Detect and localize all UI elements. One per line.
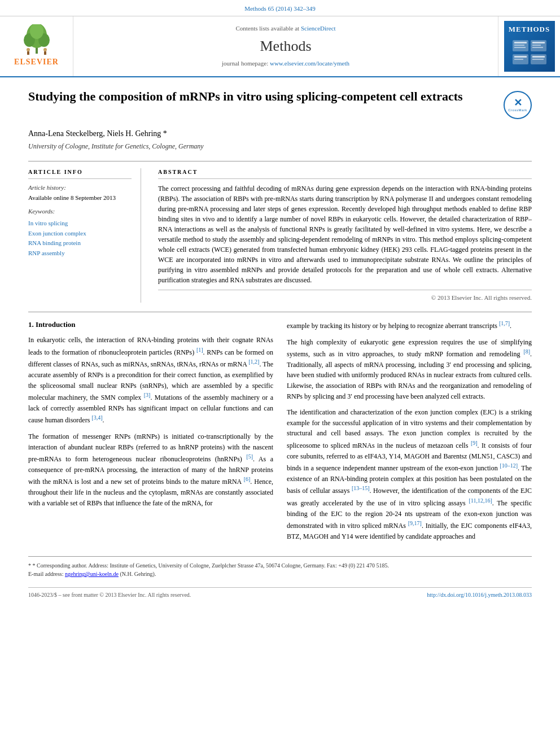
article-info-heading: ARTICLE INFO xyxy=(28,168,132,180)
svg-rect-18 xyxy=(514,56,527,58)
article-info-column: ARTICLE INFO Article history: Available … xyxy=(28,168,141,303)
keyword-3: RNA binding protein xyxy=(28,238,132,248)
ref-9[interactable]: [9] xyxy=(471,440,478,446)
history-label: Article history: xyxy=(28,184,132,193)
ref-3-4[interactable]: [3,4] xyxy=(91,414,102,421)
keyword-2: Exon junction complex xyxy=(28,229,132,239)
homepage-label: journal homepage: xyxy=(222,60,268,67)
body-para-1: In eukaryotic cells, the interaction of … xyxy=(28,335,273,426)
svg-rect-16 xyxy=(532,47,543,48)
elsevier-logo: ELSEVIER xyxy=(14,24,59,68)
ref-11-12-16[interactable]: [11,12,16] xyxy=(469,497,492,504)
doi-link[interactable]: http://dx.doi.org/10.1016/j.ymeth.2013.0… xyxy=(427,591,532,600)
svg-rect-22 xyxy=(532,59,544,60)
email-label: E-mail address: xyxy=(28,571,63,577)
keyword-1: In vitro splicing xyxy=(28,219,132,229)
sciencedirect-link[interactable]: ScienceDirect xyxy=(301,25,336,32)
abstract-heading: ABSTRACT xyxy=(158,168,532,180)
methods-badge-diagram-icon xyxy=(510,37,549,68)
svg-rect-6 xyxy=(27,51,29,55)
journal-citation: Methods 65 (2014) 342–349 xyxy=(0,0,560,16)
journal-name: Methods xyxy=(260,36,312,57)
available-online: Available online 8 September 2013 xyxy=(28,194,132,203)
svg-rect-8 xyxy=(44,51,46,55)
section1-title-text: Introduction xyxy=(36,320,76,329)
homepage-link[interactable]: www.elsevier.com/locate/ymeth xyxy=(270,60,349,67)
elsevier-tree-icon xyxy=(17,24,56,55)
crossmark-label: CrossMark xyxy=(508,108,527,113)
svg-rect-11 xyxy=(514,45,524,46)
ref-1-2[interactable]: [1,2] xyxy=(248,359,259,365)
methods-badge: METHODS xyxy=(504,21,555,72)
bottom-bar: 1046-2023/$ – see front matter © 2013 El… xyxy=(28,587,532,600)
ref-8[interactable]: [8] xyxy=(523,348,530,355)
author-names: Anna-Lena Steckelberg, Niels H. Gehring … xyxy=(28,129,167,138)
footnotes: * * Corresponding author. Address: Insti… xyxy=(28,556,532,578)
citation-text: Methods 65 (2014) 342–349 xyxy=(244,5,316,12)
elsevier-logo-area: ELSEVIER xyxy=(0,16,73,76)
body-para-2: The formation of messenger RNPs (mRNPs) … xyxy=(28,431,273,508)
copyright-line: © 2013 Elsevier Inc. All rights reserved… xyxy=(158,290,532,303)
body-para-4: The high complexity of eukaryotic gene e… xyxy=(287,337,532,402)
section1-number: 1. xyxy=(28,320,34,329)
svg-rect-15 xyxy=(532,45,541,46)
keyword-4: RNP assembly xyxy=(28,248,132,259)
body-divider xyxy=(28,312,532,312)
body-para-3: example by tracking its history or by he… xyxy=(287,319,532,331)
contents-text: Contents lists available at xyxy=(235,25,299,32)
ref-1[interactable]: [1] xyxy=(196,347,203,353)
ref-10-12[interactable]: [10–12] xyxy=(500,462,518,469)
svg-rect-10 xyxy=(514,42,527,43)
keywords-label: Keywords: xyxy=(28,207,132,216)
issn-text: 1046-2023/$ – see front matter © 2013 El… xyxy=(28,591,191,600)
abstract-text: The correct processing and faithful deco… xyxy=(158,184,532,285)
corresponding-author-text: * Corresponding author. Address: Institu… xyxy=(33,562,390,569)
email-link[interactable]: ngehring@uni-koeln.de xyxy=(65,571,119,577)
crossmark-cross-icon: ✕ xyxy=(514,98,522,108)
ref-1-7[interactable]: [1,7] xyxy=(499,320,510,326)
ref-6[interactable]: [6] xyxy=(244,476,251,482)
svg-rect-12 xyxy=(514,47,526,48)
abstract-column: ABSTRACT The correct processing and fait… xyxy=(158,168,532,303)
title-section: Studying the composition of mRNPs in vit… xyxy=(28,89,532,119)
svg-point-7 xyxy=(43,48,47,51)
svg-point-5 xyxy=(27,48,30,51)
body-column-right: example by tracking its history or by he… xyxy=(287,319,532,547)
sciencedirect-line: Contents lists available at ScienceDirec… xyxy=(235,24,335,33)
article-title: Studying the composition of mRNPs in vit… xyxy=(28,89,495,105)
authors: Anna-Lena Steckelberg, Niels H. Gehring … xyxy=(28,128,532,139)
article-content: Studying the composition of mRNPs in vit… xyxy=(0,77,560,611)
footnote-asterisk: * xyxy=(28,562,33,569)
methods-badge-title: METHODS xyxy=(509,24,550,35)
crossmark-badge[interactable]: ✕ CrossMark xyxy=(504,91,532,119)
svg-rect-21 xyxy=(532,56,545,58)
section1-title: 1. Introduction xyxy=(28,319,273,330)
email-name: (N.H. Gehring). xyxy=(120,571,156,577)
ref-5[interactable]: [5] xyxy=(246,453,253,460)
svg-rect-19 xyxy=(514,59,523,60)
article-info-abstract: ARTICLE INFO Article history: Available … xyxy=(28,161,532,303)
email-footnote: E-mail address: ngehring@uni-koeln.de (N… xyxy=(28,570,532,578)
corresponding-author-footnote: * * Corresponding author. Address: Insti… xyxy=(28,561,532,570)
journal-info-center: Contents lists available at ScienceDirec… xyxy=(73,16,498,76)
ref-9-17[interactable]: [9,17] xyxy=(408,520,422,526)
methods-badge-area: METHODS xyxy=(498,16,560,76)
elsevier-text: ELSEVIER xyxy=(14,56,59,68)
journal-homepage: journal homepage: www.elsevier.com/locat… xyxy=(222,59,349,68)
body-para-5: The identification and characterization … xyxy=(287,407,532,541)
affiliation: University of Cologne, Institute for Gen… xyxy=(28,142,532,151)
svg-rect-14 xyxy=(532,42,545,43)
body-columns: 1. Introduction In eukaryotic cells, the… xyxy=(28,319,532,547)
journal-header: ELSEVIER Contents lists available at Sci… xyxy=(0,16,560,77)
body-column-left: 1. Introduction In eukaryotic cells, the… xyxy=(28,319,273,547)
ref-3[interactable]: [3] xyxy=(144,392,151,398)
ref-13-15[interactable]: [13–15] xyxy=(352,485,370,491)
